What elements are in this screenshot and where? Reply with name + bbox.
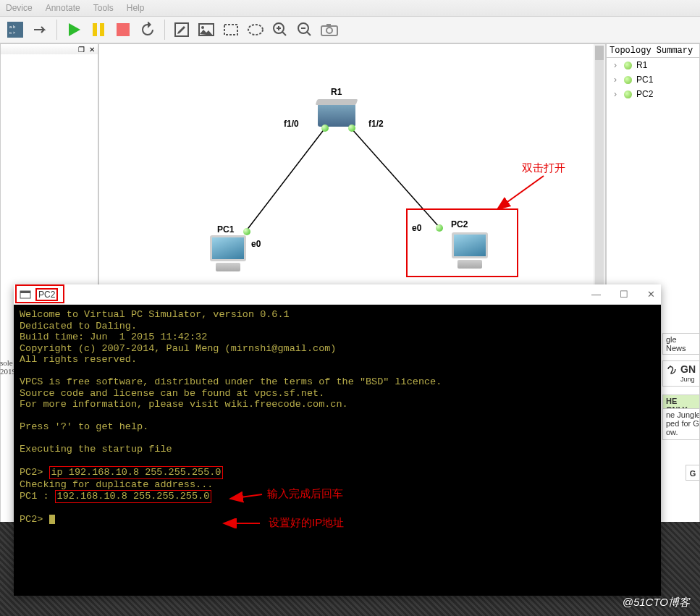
arrow-icon xyxy=(220,518,263,528)
terminal-body[interactable]: Welcome to Virtual PC Simulator, version… xyxy=(14,305,661,596)
annotation-box-cmd: ip 192.168.10.8 255.255.255.0 xyxy=(49,466,224,479)
annotation-enter: 输入完成后回车 xyxy=(267,487,343,501)
terminal-window: PC2 — ☐ ✕ Welcome to Virtual PC Simulato… xyxy=(14,284,661,596)
pause-icon[interactable] xyxy=(88,20,109,40)
svg-point-19 xyxy=(670,366,671,367)
status-dot-icon xyxy=(624,76,632,84)
panel-controls[interactable]: ❐ ✕ xyxy=(1,44,98,54)
link-dot xyxy=(243,228,250,235)
link-dot xyxy=(321,125,329,132)
camera-icon[interactable] xyxy=(319,20,340,40)
status-dot-icon xyxy=(624,62,632,69)
svg-rect-5 xyxy=(117,23,130,36)
svg-point-15 xyxy=(326,28,332,33)
annotation-box-result: 192.168.10.8 255.255.255.0 xyxy=(55,490,212,503)
menu-tools[interactable]: Tools xyxy=(93,3,114,13)
reload-icon[interactable] xyxy=(138,20,158,40)
watermark: @51CTO博客 xyxy=(623,596,690,609)
pc1-port: e0 xyxy=(251,239,261,249)
menu-help[interactable]: Help xyxy=(127,3,145,13)
annotation-box-tab xyxy=(15,284,64,303)
minimize-icon[interactable]: — xyxy=(591,289,601,300)
svg-rect-3 xyxy=(93,23,97,36)
chevron-right-icon[interactable]: › xyxy=(611,60,620,70)
svg-rect-14 xyxy=(326,24,331,27)
svg-point-8 xyxy=(201,26,204,29)
tree-node-pc1[interactable]: ›PC1 xyxy=(607,72,699,87)
console-icon[interactable]: a bc > xyxy=(5,20,25,40)
toolbar: a bc > xyxy=(0,16,700,43)
cursor-icon xyxy=(49,515,55,524)
arrow-icon xyxy=(492,173,549,216)
chevron-right-icon[interactable]: › xyxy=(611,75,620,85)
detach-icon[interactable]: ❐ xyxy=(78,46,85,54)
tree-node-r1[interactable]: ›R1 xyxy=(607,58,699,72)
jungle-frag: ne Jungle h ped for GNS ow. xyxy=(662,408,700,440)
pc1-label: PC1 xyxy=(217,224,234,235)
menu-device[interactable]: Device xyxy=(6,3,33,13)
svg-rect-9 xyxy=(224,25,237,35)
rect-select-icon[interactable] xyxy=(221,20,241,40)
next-icon[interactable] xyxy=(30,20,50,40)
tree-node-pc2[interactable]: ›PC2 xyxy=(607,87,699,101)
arrow-icon xyxy=(226,490,266,505)
ellipse-select-icon[interactable] xyxy=(245,20,266,40)
gn-box-frag: GN Jung xyxy=(662,360,700,387)
menu-bar: Device Annotate Tools Help xyxy=(0,0,700,16)
zoom-out-icon[interactable] xyxy=(295,20,315,40)
close-icon[interactable]: ✕ xyxy=(647,289,655,300)
svg-text:a b: a b xyxy=(9,25,16,29)
svg-point-10 xyxy=(248,25,263,35)
annotation-box-pc2 xyxy=(406,208,518,277)
play-icon[interactable] xyxy=(64,20,84,40)
link-dot xyxy=(348,125,355,132)
svg-text:c >: c > xyxy=(9,30,16,35)
title-bar[interactable]: PC2 — ☐ ✕ xyxy=(14,284,661,305)
image-icon[interactable] xyxy=(196,20,216,40)
svg-line-22 xyxy=(230,494,262,499)
edit-icon[interactable] xyxy=(172,20,192,40)
svg-rect-4 xyxy=(100,23,104,36)
chevron-right-icon[interactable]: › xyxy=(611,89,620,99)
go-button-frag[interactable]: G xyxy=(686,465,700,481)
svg-line-18 xyxy=(497,176,544,209)
news-banner-frag: gle News xyxy=(662,333,700,355)
panel-title: Topology Summary xyxy=(607,44,699,58)
maximize-icon[interactable]: ☐ xyxy=(620,289,628,300)
close-icon[interactable]: ✕ xyxy=(89,46,95,54)
topology-links xyxy=(99,44,606,276)
status-dot-icon xyxy=(624,90,632,98)
annotation-ip-set: 设置好的IP地址 xyxy=(269,516,344,530)
zoom-in-icon[interactable] xyxy=(270,20,290,40)
stop-icon[interactable] xyxy=(113,20,133,40)
snake-icon xyxy=(666,363,679,376)
terminal-prompt: PC2> xyxy=(20,514,49,525)
terminal-prompt: PC2> xyxy=(20,467,43,478)
svg-line-16 xyxy=(246,128,325,231)
menu-annotate[interactable]: Annotate xyxy=(46,3,80,13)
pc1-node[interactable] xyxy=(210,235,246,271)
